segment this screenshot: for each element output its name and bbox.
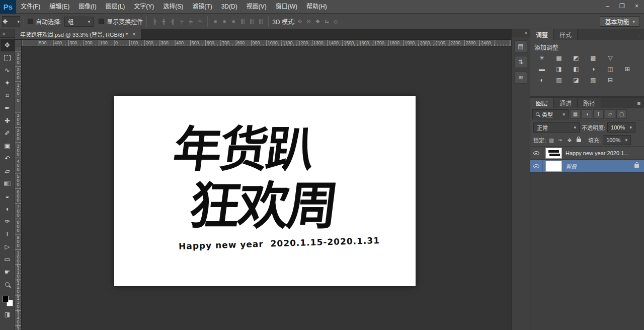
close-button[interactable]: ×	[629, 0, 644, 13]
threshold-icon[interactable]: ◪	[568, 76, 585, 85]
color-lookup-icon[interactable]: ⊞	[619, 64, 636, 74]
current-tool-preset[interactable]: ✥	[2, 16, 20, 27]
menu-item-0[interactable]: 文件(F)	[16, 0, 45, 14]
zoom-tool[interactable]	[1, 278, 15, 291]
shape-tool[interactable]: ▭	[1, 253, 15, 266]
distribute-bottom-icon[interactable]: ≡	[229, 17, 237, 27]
invert-icon[interactable]: ◐	[533, 76, 550, 85]
layer-thumbnail[interactable]	[545, 148, 562, 159]
workspace-switcher[interactable]: 基本功能	[600, 16, 640, 27]
auto-select-checkbox[interactable]	[28, 19, 33, 24]
tab-styles[interactable]: 样式	[554, 29, 578, 40]
tab-adjustments[interactable]: 调整	[530, 29, 554, 40]
menu-item-7[interactable]: 3D(D)	[217, 0, 242, 14]
crop-tool[interactable]: ⌗	[1, 89, 15, 102]
posterize-icon[interactable]: ▥	[550, 76, 568, 85]
menu-item-2[interactable]: 图像(I)	[74, 0, 101, 14]
menu-item-8[interactable]: 视图(V)	[242, 0, 271, 14]
distribute-top-icon[interactable]: ≡	[211, 17, 219, 27]
lock-all-icon[interactable]	[575, 136, 582, 144]
menu-item-1[interactable]: 编辑(E)	[45, 0, 74, 14]
filter-pixel-layers-icon[interactable]: ▦	[570, 109, 581, 119]
channel-mixer-icon[interactable]: ◫	[602, 64, 619, 74]
3d-scale-icon[interactable]: ◇	[332, 17, 340, 27]
layer-row[interactable]: Happy new year 2020.1...	[530, 147, 644, 160]
tab-channels[interactable]: 通道	[554, 98, 578, 108]
filter-smart-objects-icon[interactable]: ▢	[616, 109, 627, 119]
brightness-contrast-icon[interactable]: ☀	[533, 53, 550, 62]
artboard[interactable]: 年货趴 狂欢周 Happy new year 2020.1.15-2020.1.…	[114, 96, 416, 286]
quick-mask-icon[interactable]: ◨	[1, 311, 15, 318]
hand-tool[interactable]: ☛	[1, 266, 15, 278]
vibrance-icon[interactable]: ▽	[602, 53, 619, 62]
brush-panel-icon[interactable]: ≋	[514, 72, 527, 84]
align-horizontal-centers-icon[interactable]: ╫	[159, 17, 168, 27]
tab-close-icon[interactable]: ×	[132, 31, 136, 38]
3d-slide-icon[interactable]: ⇆	[323, 17, 331, 27]
blur-tool[interactable]: ◒	[1, 190, 15, 203]
dodge-tool[interactable]: ◖	[1, 203, 15, 215]
layer-name[interactable]: Happy new year 2020.1...	[566, 150, 628, 156]
align-bottom-edges-icon[interactable]: ╧	[196, 17, 204, 27]
pen-tool[interactable]: ✑	[1, 215, 15, 228]
menu-item-3[interactable]: 图层(L)	[101, 0, 130, 14]
layer-row[interactable]: 背景	[530, 160, 644, 173]
distribute-right-icon[interactable]: |||	[257, 17, 265, 27]
lock-position-icon[interactable]: ✥	[566, 136, 573, 144]
blend-mode-dropdown[interactable]: 正常	[533, 122, 580, 133]
history-brush-tool[interactable]: ↶	[1, 152, 15, 165]
filter-adjustment-layers-icon[interactable]: ◑	[582, 109, 592, 119]
menu-item-6[interactable]: 滤镜(T)	[188, 0, 216, 14]
auto-select-dropdown[interactable]: 组	[64, 17, 94, 27]
layer-visibility-toggle[interactable]	[530, 147, 542, 159]
document-tab[interactable]: 年货趴狂欢周.psd @ 33.3% (背景, RGB/8) * ×	[15, 29, 141, 39]
panel-menu-icon[interactable]: ≡	[634, 29, 644, 40]
move-tool[interactable]: ✥	[1, 39, 15, 51]
menu-item-9[interactable]: 窗口(W)	[271, 0, 302, 14]
dock-collapse-header[interactable]: «	[512, 29, 530, 37]
filter-type-layers-icon[interactable]: T	[593, 109, 604, 119]
lasso-tool[interactable]: ∿	[1, 64, 15, 77]
brush-tool[interactable]: ✐	[1, 127, 15, 140]
gradient-tool[interactable]	[1, 177, 15, 190]
align-right-edges-icon[interactable]: ╢	[169, 17, 177, 27]
levels-icon[interactable]: ▦	[550, 53, 568, 62]
selective-color-icon[interactable]: ⊟	[602, 76, 619, 85]
hue-saturation-icon[interactable]: ▬	[533, 64, 550, 74]
distribute-middle-icon[interactable]: ≡	[220, 17, 228, 27]
filter-shape-layers-icon[interactable]: ▱	[605, 109, 615, 119]
restore-button[interactable]: ❐	[615, 0, 629, 13]
align-left-edges-icon[interactable]: ╟	[150, 17, 158, 27]
eraser-tool[interactable]: ▱	[1, 165, 15, 177]
3d-roll-icon[interactable]: ⊙	[304, 17, 312, 27]
tab-paths[interactable]: 路径	[578, 98, 601, 108]
path-selection-tool[interactable]: ▷	[1, 240, 15, 253]
menu-item-10[interactable]: 帮助(H)	[302, 0, 332, 14]
show-transform-checkbox[interactable]	[99, 19, 104, 24]
lock-transparency-icon[interactable]: ▨	[548, 136, 555, 144]
align-vertical-centers-icon[interactable]: ╪	[187, 17, 195, 27]
healing-brush-tool[interactable]: ✚	[1, 114, 15, 127]
minimize-button[interactable]: –	[600, 0, 615, 13]
layer-name[interactable]: 背景	[566, 162, 577, 170]
color-balance-icon[interactable]: ◨	[550, 64, 568, 74]
menu-item-4[interactable]: 文字(Y)	[129, 0, 158, 14]
clone-stamp-tool[interactable]: ▣	[1, 140, 15, 152]
panel-menu-icon[interactable]: ≡	[634, 98, 644, 108]
tools-collapse-header[interactable]: »	[0, 29, 15, 38]
distribute-center-icon[interactable]: |||	[248, 17, 256, 27]
foreground-color-swatch[interactable]	[2, 296, 9, 302]
fill-dropdown[interactable]: 100%	[603, 135, 631, 145]
layer-filter-dropdown[interactable]: 类型	[532, 109, 569, 119]
3d-pan-icon[interactable]: ✥	[313, 17, 321, 27]
history-panel-icon[interactable]: ▤	[514, 40, 527, 52]
align-top-edges-icon[interactable]: ╤	[178, 17, 186, 27]
canvas-pasteboard[interactable]: 3002001000100200300400500600700800900100…	[15, 46, 511, 330]
type-tool[interactable]: T	[1, 228, 15, 240]
rectangular-marquee-tool[interactable]	[1, 51, 15, 64]
3d-rotate-icon[interactable]: ⟲	[295, 17, 303, 27]
black-white-icon[interactable]: ◧	[568, 64, 585, 74]
exposure-icon[interactable]: ▩	[585, 53, 602, 62]
quick-selection-tool[interactable]: ✦	[1, 77, 15, 89]
photo-filter-icon[interactable]: ◑	[585, 64, 602, 74]
